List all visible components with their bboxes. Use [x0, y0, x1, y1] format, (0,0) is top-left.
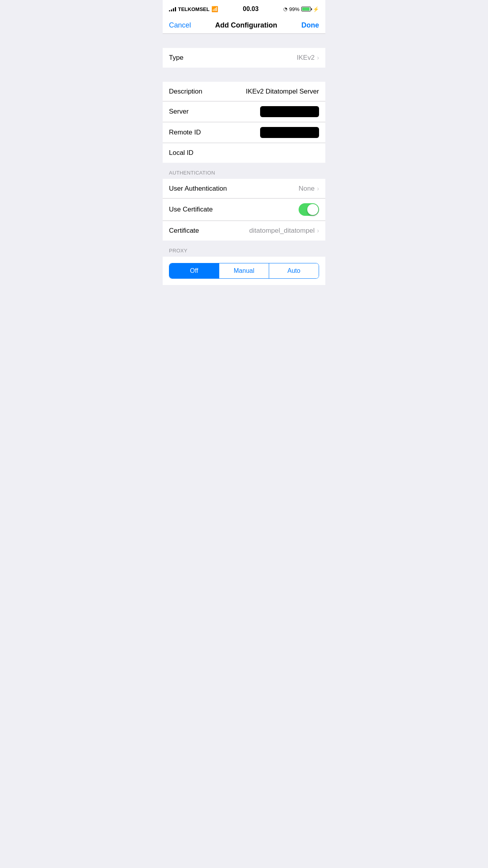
- spacer-2: [163, 68, 325, 82]
- lock-icon: ◔: [283, 6, 287, 12]
- proxy-section: Off Manual Auto: [163, 257, 325, 285]
- battery-percent: 99%: [289, 6, 299, 12]
- done-button[interactable]: Done: [301, 21, 319, 29]
- use-certificate-label: Use Certificate: [169, 206, 220, 213]
- status-right: ◔ 99% ⚡: [283, 6, 319, 12]
- status-left: TELKOMSEL 📶: [169, 6, 218, 12]
- type-row[interactable]: Type IKEv2 ›: [163, 48, 325, 68]
- type-label: Type: [169, 54, 220, 62]
- wifi-icon: 📶: [211, 6, 218, 12]
- battery-fill: [302, 7, 310, 11]
- remote-id-label: Remote ID: [169, 129, 220, 136]
- page-title: Add Configuration: [215, 21, 277, 29]
- proxy-manual-label: Manual: [234, 267, 254, 274]
- user-auth-value: None: [299, 185, 315, 193]
- cancel-button[interactable]: Cancel: [169, 21, 191, 29]
- status-bar: TELKOMSEL 📶 00.03 ◔ 99% ⚡: [163, 0, 325, 17]
- description-value-container: IKEv2 Ditatompel Server: [220, 88, 319, 96]
- use-certificate-row: Use Certificate: [163, 199, 325, 221]
- charging-icon: ⚡: [313, 6, 319, 12]
- signal-bar-3: [173, 8, 174, 11]
- nav-bar: Cancel Add Configuration Done: [163, 17, 325, 34]
- server-value-container: [220, 106, 319, 117]
- battery-container: [301, 7, 311, 11]
- type-value-container: IKEv2 ›: [220, 54, 319, 62]
- proxy-manual-segment[interactable]: Manual: [219, 263, 269, 278]
- certificate-row[interactable]: Certificate ditatompel_ditatompel ›: [163, 221, 325, 241]
- battery-icon: [301, 7, 311, 11]
- user-auth-value-container: None ›: [227, 185, 319, 193]
- proxy-segmented-control: Off Manual Auto: [169, 263, 319, 279]
- server-label: Server: [169, 108, 220, 116]
- certificate-label: Certificate: [169, 227, 220, 235]
- local-id-row[interactable]: Local ID: [163, 143, 325, 163]
- bottom-spacer: [163, 285, 325, 364]
- remote-id-row[interactable]: Remote ID: [163, 122, 325, 143]
- server-row[interactable]: Server: [163, 101, 325, 122]
- description-label: Description: [169, 88, 220, 96]
- type-value: IKEv2: [297, 54, 314, 62]
- user-auth-label: User Authentication: [169, 185, 227, 193]
- spacer-1: [163, 34, 325, 48]
- use-certificate-toggle-container: [220, 203, 319, 216]
- connection-section: Description IKEv2 Ditatompel Server Serv…: [163, 82, 325, 163]
- proxy-off-label: Off: [190, 267, 198, 274]
- local-id-label: Local ID: [169, 149, 220, 157]
- description-value: IKEv2 Ditatompel Server: [246, 88, 319, 96]
- toggle-thumb: [307, 204, 318, 215]
- carrier-name: TELKOMSEL: [178, 6, 209, 12]
- user-auth-row[interactable]: User Authentication None ›: [163, 179, 325, 199]
- status-time: 00.03: [243, 6, 259, 13]
- certificate-chevron-icon: ›: [317, 227, 319, 234]
- auth-section: User Authentication None › Use Certifica…: [163, 179, 325, 241]
- signal-bar-1: [169, 10, 170, 11]
- signal-bar-4: [175, 7, 176, 11]
- proxy-auto-label: Auto: [288, 267, 301, 274]
- remote-id-redacted: [260, 127, 319, 138]
- proxy-section-header: PROXY: [163, 241, 325, 257]
- proxy-auto-segment[interactable]: Auto: [269, 263, 319, 278]
- proxy-off-segment[interactable]: Off: [169, 263, 219, 278]
- certificate-value: ditatompel_ditatompel: [249, 227, 314, 235]
- server-redacted: [260, 106, 319, 117]
- type-section: Type IKEv2 ›: [163, 48, 325, 68]
- certificate-value-container: ditatompel_ditatompel ›: [220, 227, 319, 235]
- user-auth-chevron-icon: ›: [317, 185, 319, 192]
- auth-section-header: AUTHENTICATION: [163, 163, 325, 179]
- description-row: Description IKEv2 Ditatompel Server: [163, 82, 325, 101]
- use-certificate-toggle[interactable]: [299, 203, 319, 216]
- signal-bars: [169, 7, 176, 11]
- type-chevron-icon: ›: [317, 54, 319, 61]
- remote-id-value-container: [220, 127, 319, 138]
- signal-bar-2: [171, 9, 172, 11]
